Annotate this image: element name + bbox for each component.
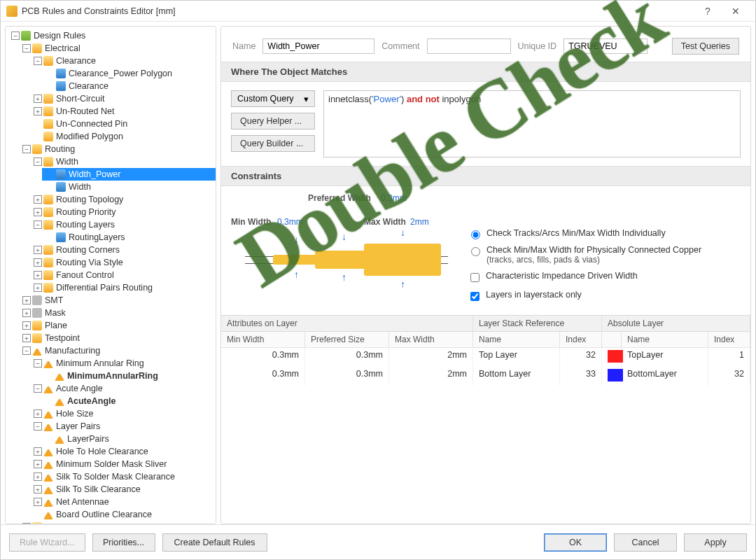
- rules-tree[interactable]: −Design Rules −Electrical −Clearance Cle…: [5, 26, 216, 524]
- apply-button[interactable]: Apply: [684, 533, 747, 552]
- tree-routing-via-style[interactable]: +Routing Via Style: [31, 256, 216, 269]
- name-label: Name: [232, 41, 255, 51]
- ok-button[interactable]: OK: [544, 533, 607, 552]
- tree-routing-topology[interactable]: +Routing Topology: [31, 193, 216, 206]
- tree-unconnected-pin[interactable]: Un-Connected Pin: [31, 118, 216, 130]
- tree-clearance-rule[interactable]: Clearance: [42, 80, 216, 92]
- tree-short-circuit[interactable]: +Short-Circuit: [31, 92, 216, 105]
- rule-content: Name Comment Unique ID Test Queries Wher…: [220, 26, 751, 524]
- col-stack-index[interactable]: Index: [560, 332, 602, 347]
- col-abs-index[interactable]: Index: [708, 332, 750, 347]
- tree-manufacturing[interactable]: −Manufacturing: [20, 344, 216, 357]
- tree-smt[interactable]: +SMT: [20, 294, 216, 307]
- tree-unrouted-net[interactable]: +Un-Routed Net: [31, 105, 216, 118]
- tree-min-annular[interactable]: −Minimum Annular Ring: [31, 357, 216, 370]
- width-diagram: Preferred Width 0.3mm Min Width 0.3mm Ma…: [231, 193, 455, 312]
- query-builder-button[interactable]: Query Builder ...: [231, 135, 315, 152]
- query-helper-button[interactable]: Query Helper ...: [231, 113, 315, 130]
- test-queries-button[interactable]: Test Queries: [672, 38, 739, 55]
- tree-board-outline[interactable]: Board Outline Clearance: [31, 508, 216, 521]
- layerstack-only-checkbox[interactable]: Layers in layerstack only: [468, 290, 741, 303]
- tree-fanout-control[interactable]: +Fanout Control: [31, 269, 216, 281]
- tree-testpoint[interactable]: +Testpoint: [20, 332, 216, 344]
- tree-routing[interactable]: −Routing: [20, 143, 216, 155]
- help-button[interactable]: ?: [694, 1, 722, 21]
- max-width-value[interactable]: 2mm: [410, 217, 429, 227]
- match-mode-dropdown[interactable]: Custom Query▾: [231, 90, 315, 107]
- uid-input[interactable]: [564, 38, 648, 54]
- chevron-down-icon: ▾: [304, 94, 309, 104]
- tree-hole-to-hole[interactable]: +Hole To Hole Clearance: [31, 445, 216, 458]
- col-stack-name[interactable]: Name: [473, 332, 560, 347]
- matches-body: Custom Query▾ Query Helper ... Query Bui…: [221, 82, 750, 166]
- comment-input[interactable]: [427, 38, 511, 54]
- body: −Design Rules −Electrical −Clearance Cle…: [1, 22, 755, 524]
- name-input[interactable]: [262, 38, 374, 54]
- tree-routinglayers-leaf[interactable]: RoutingLayers: [42, 231, 216, 244]
- titlebar: PCB Rules and Constraints Editor [mm] ? …: [1, 1, 755, 22]
- grid-group-attributes: Attributes on Layer: [221, 316, 473, 331]
- layer-color-swatch: [608, 350, 623, 363]
- tree-layerpairs-leaf[interactable]: LayerPairs: [42, 433, 216, 445]
- tree-routing-priority[interactable]: +Routing Priority: [31, 206, 216, 218]
- cancel-button[interactable]: Cancel: [614, 533, 677, 552]
- tree-modified-polygon[interactable]: Modified Polygon: [31, 130, 216, 143]
- close-button[interactable]: ✕: [722, 1, 750, 21]
- table-row[interactable]: 0.3mm 0.3mm 2mm Bottom Layer 33 BottomLa…: [221, 367, 750, 386]
- tree-hole-size[interactable]: +Hole Size: [31, 407, 216, 420]
- dialog-footer: Rule Wizard... Priorities... Create Defa…: [1, 524, 755, 559]
- grid-group-stack: Layer Stack Reference: [473, 316, 602, 331]
- tree-clearance[interactable]: −Clearance: [31, 55, 216, 67]
- min-width-value[interactable]: 0.3mm: [277, 217, 303, 227]
- tree-width-power[interactable]: Width_Power: [42, 168, 216, 181]
- uid-label: Unique ID: [518, 41, 557, 51]
- check-connected-copper-radio[interactable]: Check Min/Max Width for Physically Conne…: [468, 245, 741, 265]
- preferred-width-value[interactable]: 0.3mm: [381, 193, 407, 203]
- impedance-driven-checkbox[interactable]: Characteristic Impedance Driven Width: [468, 271, 741, 284]
- tree-design-rules[interactable]: −Design Rules: [8, 29, 216, 42]
- tree-plane[interactable]: +Plane: [20, 319, 216, 332]
- col-abs-name[interactable]: Name: [622, 332, 708, 347]
- app-icon: [6, 6, 18, 17]
- col-max-width[interactable]: Max Width: [389, 332, 473, 347]
- layer-grid[interactable]: Attributes on Layer Layer Stack Referenc…: [221, 315, 750, 386]
- tree-silk-to-silk[interactable]: +Silk To Silk Clearance: [31, 483, 216, 496]
- col-min-width[interactable]: Min Width: [221, 332, 305, 347]
- comment-label: Comment: [382, 41, 419, 51]
- app-window: PCB Rules and Constraints Editor [mm] ? …: [0, 0, 756, 560]
- rule-header-form: Name Comment Unique ID Test Queries: [221, 27, 750, 62]
- tree-width[interactable]: −Width: [31, 155, 216, 168]
- grid-group-absolute: Absolute Layer: [602, 316, 750, 331]
- tree-min-solder-mask[interactable]: +Minimum Solder Mask Sliver: [31, 458, 216, 470]
- col-preferred[interactable]: Preferred Size: [305, 332, 389, 347]
- constraint-options: Check Tracks/Arcs Min/Max Width Individu…: [468, 193, 741, 312]
- constraints-header: Constraints: [221, 166, 750, 186]
- priorities-button[interactable]: Priorities...: [92, 533, 155, 552]
- window-title: PCB Rules and Constraints Editor [mm]: [22, 6, 694, 16]
- tree-layer-pairs[interactable]: −Layer Pairs: [31, 420, 216, 433]
- tree-mask[interactable]: +Mask: [20, 307, 216, 319]
- tree-diff-pairs[interactable]: +Differential Pairs Routing: [31, 281, 216, 294]
- query-editor[interactable]: innetclass('Power') and not inpolygon: [323, 90, 741, 158]
- check-individually-radio[interactable]: Check Tracks/Arcs Min/Max Width Individu…: [468, 228, 741, 239]
- tree-width-rule[interactable]: Width: [42, 181, 216, 193]
- tree-silk-to-solder[interactable]: +Silk To Solder Mask Clearance: [31, 470, 216, 483]
- constraints-body: Preferred Width 0.3mm Min Width 0.3mm Ma…: [221, 186, 750, 315]
- tree-acute-angle[interactable]: −Acute Angle: [31, 382, 216, 395]
- tree-min-annular-leaf[interactable]: MinimumAnnularRing: [42, 370, 216, 382]
- matches-header: Where The Object Matches: [221, 62, 750, 82]
- tree-electrical[interactable]: −Electrical: [20, 42, 216, 55]
- tree-net-antennae[interactable]: +Net Antennae: [31, 496, 216, 508]
- layer-color-swatch: [608, 369, 623, 382]
- tree-clearance-power-polygon[interactable]: Clearance_Power Polygon: [42, 67, 216, 80]
- create-default-rules-button[interactable]: Create Default Rules: [162, 533, 267, 552]
- tree-routing-layers[interactable]: −Routing Layers: [31, 218, 216, 231]
- table-row[interactable]: 0.3mm 0.3mm 2mm Top Layer 32 TopLayer 1: [221, 348, 750, 367]
- tree-routing-corners[interactable]: +Routing Corners: [31, 244, 216, 256]
- rule-wizard-button: Rule Wizard...: [9, 533, 85, 552]
- tree-acute-angle-leaf[interactable]: AcuteAngle: [42, 395, 216, 407]
